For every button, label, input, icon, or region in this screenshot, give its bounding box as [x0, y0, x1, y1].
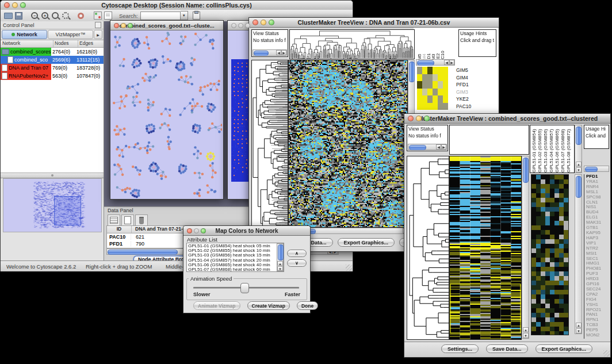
attribute-list[interactable]: GPL51-01 (GSM854) heat shock 05 minGPL51…	[186, 243, 284, 272]
close-icon[interactable]	[253, 20, 258, 25]
tv2-zoom-heatmap[interactable]	[531, 174, 569, 335]
minimize-icon[interactable]	[12, 2, 18, 8]
zoom-window-icon[interactable]	[424, 116, 430, 121]
tv1-zoom-hscrollbar[interactable]: ◀▶	[416, 59, 455, 66]
close-icon[interactable]	[187, 228, 192, 233]
tv1-zoom-cell[interactable]	[433, 81, 438, 89]
tv2-column-labels-scrollbar[interactable]: ▲▼	[575, 125, 582, 173]
zoom-window-icon[interactable]	[269, 20, 274, 25]
tab-overflow-arrow[interactable]: ▶	[94, 30, 102, 39]
tv1-zoom-cell[interactable]	[438, 81, 443, 89]
window-resize-grip[interactable]	[346, 265, 352, 271]
tv1-zoom-cell[interactable]	[433, 67, 438, 74]
help-lifesaver-icon[interactable]	[75, 11, 86, 21]
tv1-zoom-cell[interactable]	[433, 74, 438, 82]
tv2-column-dendrogram[interactable]	[449, 125, 529, 155]
save-icon[interactable]	[13, 11, 24, 21]
tv1-zoom-cell[interactable]	[427, 74, 433, 82]
new-attribute-icon[interactable]	[121, 214, 134, 225]
tv1-zoom-cell[interactable]	[438, 103, 443, 110]
tv2-settings-button[interactable]: Settings...	[441, 344, 479, 353]
close-icon[interactable]	[114, 23, 119, 28]
tv1-zoom-cell[interactable]	[417, 89, 422, 96]
tv2-save-data-button[interactable]: Save Data...	[486, 344, 528, 353]
open-folder-icon[interactable]	[3, 11, 13, 21]
zoom-out-icon[interactable]: −	[29, 11, 40, 21]
tv1-zoom-cell[interactable]	[422, 67, 427, 74]
tab-vizmapper[interactable]: VizMapper™	[48, 30, 93, 39]
zoom-in-icon[interactable]: +	[40, 11, 50, 21]
tv1-zoom-cell[interactable]	[422, 74, 427, 82]
tv1-zoom-cell[interactable]	[443, 74, 448, 82]
tv1-column-dendrogram[interactable]	[289, 29, 415, 59]
zoom-window-icon[interactable]	[201, 228, 206, 233]
tv1-zoom-cell[interactable]	[438, 95, 443, 103]
tv1-zoom-cell[interactable]	[443, 95, 448, 103]
network-view-canvas[interactable]	[110, 30, 222, 199]
close-icon[interactable]	[408, 116, 414, 121]
close-icon[interactable]	[231, 23, 236, 28]
tv2-global-heatmap[interactable]	[449, 156, 522, 340]
tv1-zoom-cell[interactable]	[427, 81, 433, 89]
tv1-zoom-cell[interactable]	[433, 103, 438, 110]
tv1-zoom-cell[interactable]	[433, 95, 438, 103]
tv1-zoom-cell[interactable]	[417, 81, 422, 89]
close-icon[interactable]	[4, 2, 10, 8]
minimize-icon[interactable]	[194, 228, 199, 233]
tv2-export-graphics-button[interactable]: Export Graphics...	[536, 344, 593, 353]
search-input[interactable]	[140, 12, 181, 20]
tv1-zoom-cell[interactable]	[417, 67, 422, 74]
vizmapper-icon[interactable]	[93, 11, 103, 21]
tv1-zoom-cell[interactable]	[422, 103, 427, 110]
tv1-zoom-cell[interactable]	[422, 89, 427, 96]
tv1-zoom-cell[interactable]	[427, 95, 433, 103]
attribute-list-scrollbar[interactable]: ▲ ▼	[277, 243, 284, 271]
tv1-zoom-cell[interactable]	[433, 89, 438, 96]
gene-label[interactable]: MON2	[586, 333, 611, 338]
minimize-icon[interactable]	[121, 23, 126, 28]
tv1-zoom-cell[interactable]	[427, 67, 433, 74]
tab-network[interactable]: Network	[2, 30, 47, 39]
search-dropdown-icon[interactable]: ▼	[181, 11, 188, 20]
tv1-zoom-cell[interactable]	[427, 103, 433, 110]
dialog-title-bar[interactable]: Map Colors to Network	[183, 226, 310, 236]
dialog-create-vizmap-button[interactable]: Create Vizmap	[247, 301, 290, 310]
move-down-button[interactable]: ∨	[287, 259, 307, 267]
speed-slider-thumb[interactable]	[240, 283, 249, 293]
tv1-zoom-heatmap[interactable]	[417, 67, 448, 110]
zoom-fit-icon[interactable]	[50, 11, 60, 21]
tv2-status-scrollbar[interactable]: ◀▶	[408, 144, 447, 150]
treeview1-title-bar[interactable]: ClusterMaker TreeView : DNA and Tran 07-…	[249, 18, 499, 28]
tv1-zoom-cell[interactable]	[438, 89, 443, 96]
clipboard-icon[interactable]	[192, 11, 202, 21]
dialog-done-button[interactable]: Done	[297, 301, 318, 310]
tv1-zoom-cell[interactable]	[443, 89, 448, 96]
tv1-zoom-cell[interactable]	[422, 95, 427, 103]
treeview2-title-bar[interactable]: ClusterMaker TreeView : combined_scores_…	[404, 114, 610, 124]
tv1-zoom-cell[interactable]	[417, 74, 422, 82]
tv1-zoom-cell[interactable]	[443, 103, 448, 110]
zoom-window-icon[interactable]	[128, 23, 133, 28]
treeview2-resize-grip[interactable]	[603, 350, 610, 357]
dialog-animate-vizmap-button[interactable]: Animate Vizmap	[193, 301, 240, 310]
main-title-bar[interactable]: Cytoscape Desktop (Session Name: collins…	[1, 1, 353, 10]
tv2-zoom-vscrollbar[interactable]: ▲▼	[575, 174, 582, 334]
tv1-zoom-cell[interactable]	[438, 74, 443, 82]
tv1-zoom-cell[interactable]	[417, 103, 422, 110]
attribute-table-icon[interactable]	[108, 214, 120, 225]
tv1-zoom-cell[interactable]	[417, 95, 422, 103]
move-up-button[interactable]: ∧	[287, 250, 307, 257]
delete-attribute-icon[interactable]	[135, 214, 148, 225]
tv1-row-dendrogram[interactable]	[251, 60, 288, 236]
float-panel-icon[interactable]	[95, 22, 101, 28]
tv1-zoom-cell[interactable]	[438, 67, 443, 74]
zoom-window-icon[interactable]	[20, 2, 26, 8]
tv1-global-heatmap[interactable]	[288, 60, 408, 228]
network-table-row[interactable]: combined_sco2569(6)13112(15)	[1, 56, 104, 64]
tv1-status-scrollbar[interactable]: ◀▶	[253, 49, 287, 56]
network-view-title-bar[interactable]: combined_scores_good.txt--cluste...	[110, 21, 223, 30]
tv1-export-graphics-button[interactable]: Export Graphics...	[338, 238, 395, 247]
network-table-row[interactable]: RNAPuberNov2+563(0)107847(0)	[1, 72, 104, 80]
zoom-region-icon[interactable]	[60, 11, 71, 21]
tv1-zoom-cell[interactable]	[443, 67, 448, 74]
